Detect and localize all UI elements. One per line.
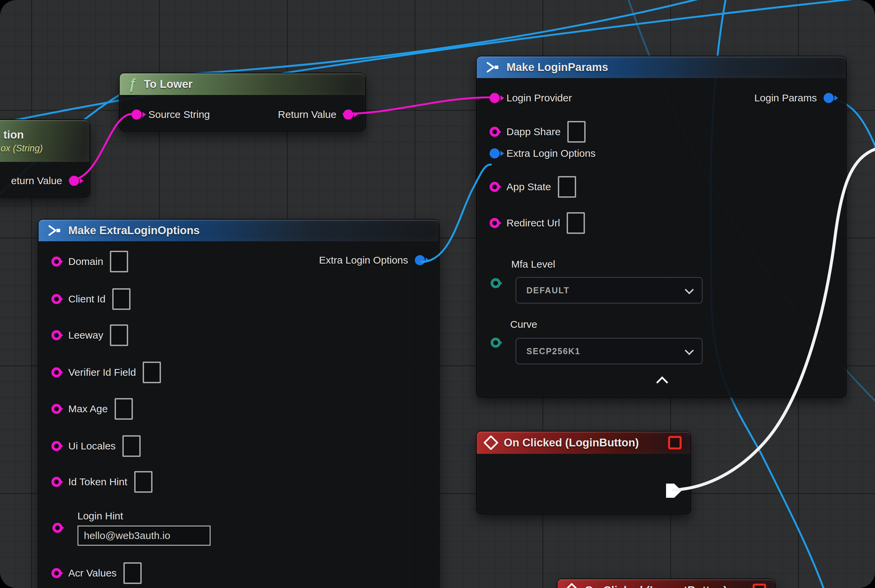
verifier-id-field-label: Verifier Id Field <box>68 367 136 378</box>
make-struct-icon <box>486 62 499 73</box>
node-partial-function-subtitle: ox (String) <box>1 143 43 154</box>
verifier-id-field-pin[interactable] <box>51 368 62 378</box>
node-make-login-params-title: Make LoginParams <box>507 61 608 74</box>
blueprint-editor-screenshot: tion ox (String) eturn Value ƒ To Lower … <box>0 0 875 588</box>
id-token-hint-pin[interactable] <box>51 477 62 487</box>
source-string-label: Source String <box>149 109 210 120</box>
redirect-url-pin[interactable] <box>490 218 500 228</box>
node-on-clicked-login-button[interactable]: On Clicked (LoginButton) <box>476 431 691 514</box>
mfa-level-label: Mfa Level <box>511 258 555 270</box>
domain-input[interactable] <box>110 251 128 272</box>
bound-event-badge-icon <box>668 436 682 450</box>
login-hint-label: Login Hint <box>77 510 123 522</box>
app-state-input[interactable] <box>558 176 576 198</box>
event-diamond-icon <box>564 583 579 588</box>
collapse-node-chevron-icon[interactable] <box>656 376 668 388</box>
redirect-url-input[interactable] <box>567 212 585 234</box>
return-value-label: Return Value <box>278 109 337 120</box>
chevron-down-icon <box>685 346 694 355</box>
login-hint-pin[interactable] <box>53 523 63 533</box>
node-make-extra-login-options[interactable]: Make ExtraLoginOptions Domain Client Id … <box>38 219 439 588</box>
login-params-out-pin[interactable] <box>824 93 834 103</box>
node-make-login-params-header[interactable]: Make LoginParams <box>477 56 846 78</box>
dapp-share-label: Dapp Share <box>507 126 561 138</box>
redirect-url-label: Redirect Url <box>507 217 560 229</box>
curve-dropdown[interactable]: SECP256K1 <box>516 338 702 364</box>
acr-values-input[interactable] <box>123 562 142 584</box>
app-state-label: App State <box>507 181 551 193</box>
verifier-id-field-input[interactable] <box>143 362 161 383</box>
node-to-lower-header[interactable]: ƒ To Lower <box>120 74 365 95</box>
node-on-clicked-logout-button[interactable]: On Clicked (LogoutButton) <box>557 579 776 588</box>
login-provider-label: Login Provider <box>507 92 572 104</box>
max-age-label: Max Age <box>68 403 108 415</box>
extra-login-options-out-label: Extra Login Options <box>319 255 408 266</box>
login-provider-pin[interactable] <box>490 93 500 103</box>
node-make-extra-login-options-header[interactable]: Make ExtraLoginOptions <box>39 220 439 241</box>
curve-pin[interactable] <box>490 338 501 348</box>
node-to-lower-title: To Lower <box>144 78 192 91</box>
ui-locales-label: Ui Locales <box>68 440 116 452</box>
extra-login-options-in-label: Extra Login Options <box>507 148 595 159</box>
domain-label: Domain <box>68 256 103 267</box>
ui-locales-input[interactable] <box>122 435 141 457</box>
leeway-pin[interactable] <box>51 330 62 340</box>
node-partial-function-title: tion <box>3 128 24 141</box>
mfa-level-pin[interactable] <box>490 278 501 288</box>
extra-login-options-out-pin[interactable] <box>415 255 425 265</box>
node-on-clicked-login-button-header[interactable]: On Clicked (LoginButton) <box>477 432 690 454</box>
ui-locales-pin[interactable] <box>51 441 62 451</box>
leeway-label: Leeway <box>68 330 103 341</box>
login-params-out-label: Login Params <box>754 92 817 104</box>
id-token-hint-label: Id Token Hint <box>68 476 128 488</box>
client-id-pin[interactable] <box>51 294 62 304</box>
client-id-input[interactable] <box>112 288 131 310</box>
source-string-pin[interactable] <box>132 110 142 120</box>
node-on-clicked-logout-button-header[interactable]: On Clicked (LogoutButton) <box>558 579 775 588</box>
curve-value: SECP256K1 <box>526 346 580 356</box>
domain-pin[interactable] <box>51 256 62 267</box>
return-value-pin[interactable] <box>343 110 353 120</box>
leeway-input[interactable] <box>110 324 128 346</box>
curve-label: Curve <box>510 319 537 330</box>
chevron-down-icon <box>685 285 694 294</box>
acr-values-label: Acr Values <box>68 567 117 579</box>
dapp-share-input[interactable] <box>567 121 586 142</box>
exec-output-pin[interactable] <box>666 484 682 498</box>
node-on-clicked-login-button-title: On Clicked (LoginButton) <box>504 436 639 449</box>
blueprint-graph-canvas[interactable]: tion ox (String) eturn Value ƒ To Lower … <box>0 0 875 588</box>
bound-event-badge-icon <box>753 584 766 588</box>
extra-login-options-in-pin[interactable] <box>490 148 500 159</box>
node-partial-function-header[interactable]: tion ox (String) <box>0 120 90 162</box>
node-make-extra-login-options-title: Make ExtraLoginOptions <box>68 224 200 237</box>
make-struct-icon <box>47 225 61 236</box>
client-id-label: Client Id <box>68 293 105 305</box>
node-on-clicked-logout-button-title: On Clicked (LogoutButton) <box>585 584 727 588</box>
node-to-lower[interactable]: ƒ To Lower Source String Return Value <box>119 73 366 132</box>
login-hint-input[interactable]: hello@web3auth.io <box>77 525 210 546</box>
mfa-level-value: DEFAULT <box>526 285 569 296</box>
max-age-pin[interactable] <box>51 404 62 414</box>
function-icon: ƒ <box>128 77 136 91</box>
id-token-hint-input[interactable] <box>134 471 152 493</box>
dapp-share-pin[interactable] <box>490 127 500 137</box>
acr-values-pin[interactable] <box>51 568 62 578</box>
app-state-pin[interactable] <box>490 182 500 192</box>
max-age-input[interactable] <box>114 398 133 420</box>
partial-return-value-label: eturn Value <box>11 175 62 186</box>
event-diamond-icon <box>483 435 498 450</box>
node-make-login-params[interactable]: Make LoginParams Login Provider Dapp Sha… <box>476 56 846 398</box>
partial-return-value-pin[interactable] <box>69 176 79 186</box>
node-partial-function[interactable]: tion ox (String) eturn Value <box>0 119 90 197</box>
mfa-level-dropdown[interactable]: DEFAULT <box>516 277 702 303</box>
